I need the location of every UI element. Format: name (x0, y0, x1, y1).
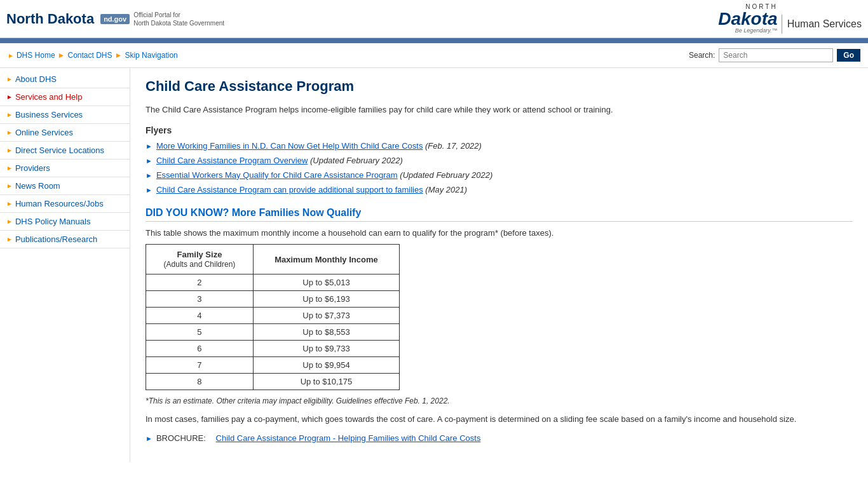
intro-text: The Child Care Assistance Program helps … (146, 104, 853, 116)
dakota-text: Dakota (718, 10, 777, 28)
flyer-item-3: Essential Workers May Qualify for Child … (156, 170, 492, 181)
income-cell: Up to $9,733 (253, 341, 399, 357)
sidebar-item-policy-manuals[interactable]: ► DHS Policy Manuals (0, 213, 130, 231)
sidebar-bullet-policy: ► (6, 218, 13, 225)
be-legendary: Be Legendary.™ (718, 28, 777, 34)
search-area: Search: Go (689, 48, 860, 62)
skip-nav-link[interactable]: Skip Navigation (125, 51, 177, 60)
table-row: 6Up to $9,733 (146, 341, 400, 357)
flyer-bullet-2: ► (146, 156, 153, 166)
contact-dhs-link[interactable]: Contact DHS (67, 51, 112, 60)
table-row: 7Up to $9,954 (146, 357, 400, 374)
family-size-cell: 6 (146, 341, 254, 357)
income-table: Family Size (Adults and Children) Maximu… (146, 244, 400, 390)
sidebar-label-human-resources: Human Resources/Jobs (15, 199, 104, 208)
flyer-link-3[interactable]: Essential Workers May Qualify for Child … (156, 170, 398, 180)
main-layout: ► About DHS ► Services and Help ► Busine… (0, 68, 868, 462)
dhs-home-link[interactable]: DHS Home (17, 51, 55, 60)
nd-gov-text: Official Portal for North Dakota State G… (133, 11, 224, 27)
sidebar-item-news-room[interactable]: ► News Room (0, 177, 130, 195)
flyer-item-1: More Working Families in N.D. Can Now Ge… (156, 140, 482, 152)
family-size-cell: 2 (146, 274, 254, 291)
list-item: ► Child Care Assistance Program Overview… (146, 155, 853, 166)
income-cell: Up to $7,373 (253, 308, 399, 324)
sidebar-item-providers[interactable]: ► Providers (0, 159, 130, 177)
sidebar-item-about-dhs[interactable]: ► About DHS (0, 71, 130, 88)
table-desc: This table shows the maximum monthly inc… (146, 228, 853, 238)
page-title: Child Care Assistance Program (146, 78, 853, 95)
income-cell: Up to $5,013 (253, 274, 399, 291)
human-services-text: Human Services (782, 15, 862, 34)
search-button[interactable]: Go (837, 49, 860, 62)
dhs-logo-area: NORTH Dakota Be Legendary.™ Human Servic… (718, 4, 862, 34)
family-size-cell: 3 (146, 291, 254, 308)
flyers-heading: Flyers (146, 125, 853, 135)
nd-dakota-logo: NORTH Dakota Be Legendary.™ (718, 4, 777, 34)
family-size-cell: 7 (146, 357, 254, 374)
table-row: 5Up to $8,553 (146, 324, 400, 341)
income-cell: Up to $10,175 (253, 374, 399, 390)
sidebar: ► About DHS ► Services and Help ► Busine… (0, 68, 130, 462)
income-cell: Up to $9,954 (253, 357, 399, 374)
did-you-know-heading: DID YOU KNOW? More Families Now Qualify (146, 207, 853, 222)
sidebar-label-online-services: Online Services (15, 128, 73, 137)
flyers-list: ► More Working Families in N.D. Can Now … (146, 140, 853, 196)
breadcrumb-sep-1: ► (58, 51, 65, 60)
flyer-link-4[interactable]: Child Care Assistance Program can provid… (156, 185, 423, 194)
nav-bar (0, 38, 868, 43)
nd-gov-logo: nd.gov Official Portal for North Dakota … (100, 11, 224, 27)
family-size-cell: 5 (146, 324, 254, 341)
brochure-bullet: ► (146, 435, 153, 442)
flyer-date-4b: (May 2021) (425, 185, 467, 194)
sidebar-item-human-resources[interactable]: ► Human Resources/Jobs (0, 195, 130, 213)
sidebar-item-publications[interactable]: ► Publications/Research (0, 231, 130, 248)
brochure-line: ► BROCHURE: Child Care Assistance Progra… (146, 433, 853, 443)
flyer-date-3b: (Updated February 2022) (400, 170, 492, 180)
sidebar-bullet-hr: ► (6, 200, 13, 207)
sidebar-bullet-news: ► (6, 182, 13, 189)
flyer-date-2b: (Updated February 2022) (310, 156, 403, 165)
breadcrumb-bar: ► DHS Home ► Contact DHS ► Skip Navigati… (0, 43, 868, 68)
dhs-home-arrow: ► (8, 52, 14, 59)
flyer-bullet-1: ► (146, 142, 153, 151)
flyer-link-2[interactable]: Child Care Assistance Program Overview (156, 156, 308, 165)
top-header: North Dakota nd.gov Official Portal for … (0, 0, 868, 38)
table-row: 4Up to $7,373 (146, 308, 400, 324)
sidebar-bullet-publications: ► (6, 236, 13, 243)
family-size-cell: 8 (146, 374, 254, 390)
search-input[interactable] (719, 48, 833, 62)
income-cell: Up to $6,193 (253, 291, 399, 308)
brochure-label: BROCHURE: (156, 433, 206, 443)
search-label: Search: (689, 51, 715, 60)
table-col2-header: Maximum Monthly Income (253, 245, 399, 274)
nd-gov-badge: nd.gov (100, 14, 130, 24)
family-size-cell: 4 (146, 308, 254, 324)
table-row: 2Up to $5,013 (146, 274, 400, 291)
nd-gov-line2: North Dakota State Government (133, 19, 224, 27)
nd-gov-line1: Official Portal for (133, 11, 224, 19)
sidebar-bullet-about: ► (6, 76, 13, 83)
income-table-body: 2Up to $5,0133Up to $6,1934Up to $7,3735… (146, 274, 400, 390)
flyer-link-1[interactable]: More Working Families in N.D. Can Now Ge… (156, 141, 423, 151)
did-you-know-section: DID YOU KNOW? More Families Now Qualify … (146, 207, 853, 443)
sidebar-item-online-services[interactable]: ► Online Services (0, 124, 130, 142)
sidebar-bullet-direct: ► (6, 147, 13, 154)
sidebar-item-business-services[interactable]: ► Business Services (0, 106, 130, 124)
sidebar-item-services-help[interactable]: ► Services and Help (0, 88, 130, 106)
flyer-item-2: Child Care Assistance Program Overview (… (156, 155, 403, 166)
list-item: ► More Working Families in N.D. Can Now … (146, 140, 853, 152)
sidebar-label-providers: Providers (15, 163, 50, 173)
list-item: ► Essential Workers May Qualify for Chil… (146, 170, 853, 181)
flyer-item-4: Child Care Assistance Program can provid… (156, 184, 467, 196)
content-area: Child Care Assistance Program The Child … (130, 68, 868, 462)
table-col1-header: Family Size (Adults and Children) (146, 245, 254, 274)
brochure-link[interactable]: Child Care Assistance Program - Helping … (216, 433, 481, 443)
list-item: ► Child Care Assistance Program can prov… (146, 184, 853, 196)
flyers-section: Flyers ► More Working Families in N.D. C… (146, 125, 853, 196)
flyer-date-1b: (Feb. 17, 2022) (425, 141, 482, 151)
sidebar-bullet-providers: ► (6, 165, 13, 172)
sidebar-label-services-help: Services and Help (15, 92, 83, 102)
sidebar-item-direct-service[interactable]: ► Direct Service Locations (0, 142, 130, 159)
sidebar-bullet-business: ► (6, 111, 13, 118)
header-right: NORTH Dakota Be Legendary.™ Human Servic… (718, 4, 862, 34)
